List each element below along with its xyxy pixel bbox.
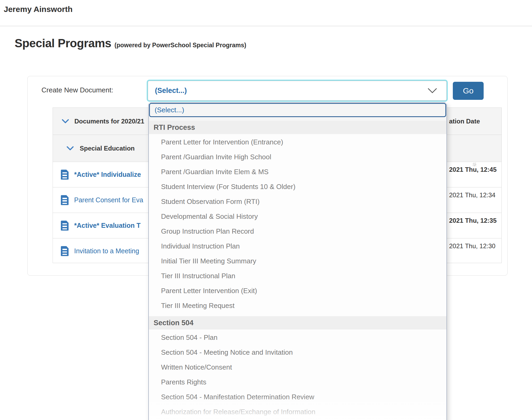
create-document-dropdown-panel: (Select...) RTI ProcessParent Letter for… <box>148 102 447 420</box>
collapse-chevron-icon[interactable] <box>62 119 69 123</box>
dropdown-option-select-placeholder[interactable]: (Select...) <box>149 103 446 117</box>
header-divider <box>0 26 532 26</box>
document-icon <box>61 170 69 180</box>
create-document-select[interactable]: (Select...) <box>148 81 447 101</box>
dropdown-option[interactable]: Developmental & Social History <box>149 209 446 224</box>
dropdown-option[interactable]: Parent /Guardian Invite High School <box>149 149 446 164</box>
dropdown-option[interactable]: Written Notice/Consent <box>149 360 446 375</box>
dropdown-option[interactable]: Parent /Guardian Invite Elem & MS <box>149 164 446 179</box>
document-icon <box>61 221 69 231</box>
dropdown-option[interactable]: Parents Rights <box>149 375 446 389</box>
dropdown-option[interactable]: Initial Tier III Meeting Summary <box>149 254 446 268</box>
chevron-down-icon <box>427 87 437 94</box>
document-icon <box>61 246 69 256</box>
document-link[interactable]: Invitation to a Meeting <box>74 247 139 255</box>
dropdown-option[interactable]: Group Instruction Plan Record <box>149 224 446 239</box>
dropdown-group-header: RTI Process <box>149 121 446 134</box>
select-selected-value: (Select...) <box>155 87 187 95</box>
dropdown-option[interactable]: Section 504 - Meeting Notice and Invitat… <box>149 345 446 360</box>
dropdown-option[interactable]: Authorization for Release/Exchange of In… <box>149 404 446 419</box>
page-title: Special Programs <box>15 37 111 50</box>
dropdown-option[interactable]: Section 504 - Plan <box>149 330 446 345</box>
column-resize-grip[interactable] <box>473 163 476 166</box>
documents-year-header-label: Documents for 2020/21 <box>74 118 144 125</box>
student-name: Jeremy Ainsworth <box>4 5 73 14</box>
dropdown-option[interactable]: Tier III Instructional Plan <box>149 268 446 283</box>
page-title-row: Special Programs (powered by PowerSchool… <box>15 37 246 50</box>
dropdown-group-header: Section 504 <box>149 316 446 329</box>
dropdown-option[interactable]: Parent Letter Intervention (Exit) <box>149 283 446 298</box>
document-link[interactable]: Parent Consent for Eva <box>74 196 143 204</box>
dropdown-option[interactable]: Student Interview (For Students 10 & Old… <box>149 179 446 194</box>
special-education-category-label: Special Education <box>80 145 135 152</box>
dropdown-option[interactable]: Section 504 - Manifestation Determinatio… <box>149 389 446 404</box>
dropdown-option[interactable]: Student Observation Form (RTI) <box>149 194 446 209</box>
document-link[interactable]: *Active* Evaluation T <box>74 222 141 229</box>
special-programs-page: Jeremy Ainsworth Special Programs (power… <box>0 0 532 420</box>
dropdown-option[interactable]: Parent Letter for Intervention (Entrance… <box>149 135 446 149</box>
dropdown-option[interactable]: Tier III Meeting Request <box>149 298 446 313</box>
dropdown-option[interactable]: Individual Instruction Plan <box>149 239 446 254</box>
go-button[interactable]: Go <box>453 82 484 100</box>
document-icon <box>61 195 69 205</box>
create-new-document-label: Create New Document: <box>41 86 113 94</box>
collapse-chevron-icon[interactable] <box>66 146 74 151</box>
page-subtitle: (powered by PowerSchool Special Programs… <box>115 42 246 49</box>
document-link[interactable]: *Active* Individualize <box>74 171 141 178</box>
